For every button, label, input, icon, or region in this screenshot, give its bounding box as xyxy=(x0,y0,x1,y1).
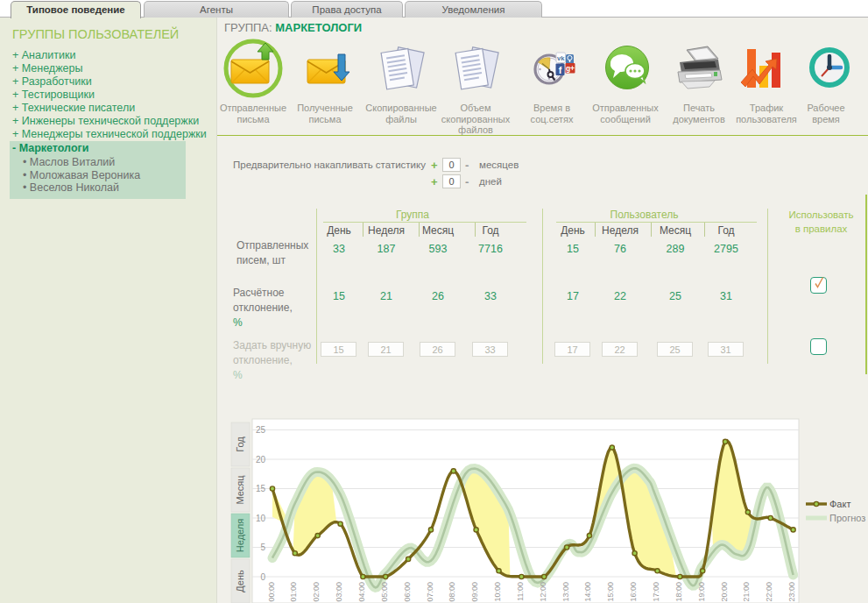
svg-text:f: f xyxy=(559,65,562,75)
svg-text:g+: g+ xyxy=(566,64,575,73)
svg-text:vk: vk xyxy=(557,54,565,62)
